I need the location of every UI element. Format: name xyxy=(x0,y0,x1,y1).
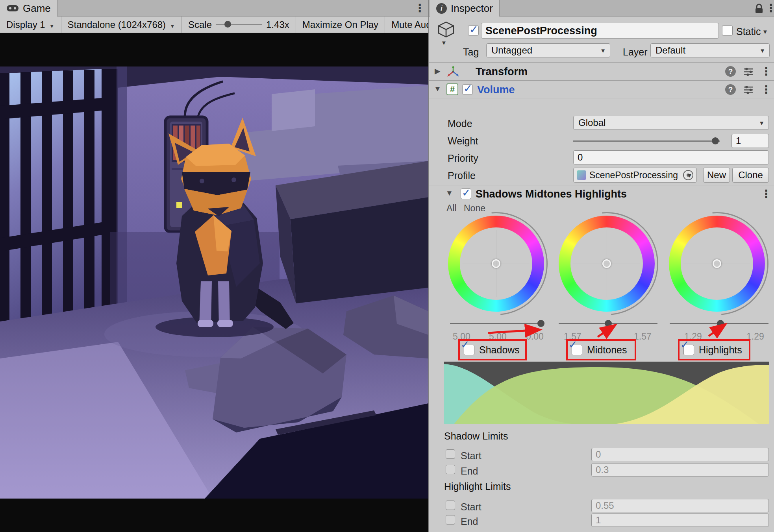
game-viewport[interactable] xyxy=(0,33,428,532)
smh-menu-kebab[interactable] xyxy=(761,187,771,200)
profile-clone-button[interactable]: Clone xyxy=(732,168,769,183)
scale-value: 1.43x xyxy=(266,19,289,30)
wheel-cursor[interactable] xyxy=(713,259,721,268)
smh-title: Shadows Midtones Highlights xyxy=(476,188,627,200)
tab-game[interactable]: Game xyxy=(0,0,57,17)
profile-object-field[interactable]: ScenePostProcessing xyxy=(573,168,697,183)
shadows-offset-slider[interactable] xyxy=(450,323,541,324)
lock-icon[interactable] xyxy=(754,3,764,14)
midtones-checkbox-label: Midtones xyxy=(587,344,627,356)
override-checkbox[interactable] xyxy=(446,449,455,459)
unity-editor: Game Display 1 Standalone (1024x768) Sca… xyxy=(0,0,774,532)
weight-value-field[interactable]: 1 xyxy=(731,134,769,148)
override-checkbox[interactable] xyxy=(446,515,455,525)
preset-icon[interactable] xyxy=(743,85,754,95)
midtones-color-wheel[interactable] xyxy=(555,212,658,315)
display-dropdown[interactable]: Display 1 xyxy=(0,17,61,33)
inspector-panel: Inspector ScenePostProcessing Static Tag xyxy=(429,0,774,532)
highlights-checkbox[interactable] xyxy=(683,345,694,355)
game-tab-label: Game xyxy=(23,2,51,15)
dropdown-caret xyxy=(49,19,55,30)
shadows-checkbox[interactable] xyxy=(464,345,474,355)
icon-picker-caret[interactable] xyxy=(441,39,447,46)
mode-label: Mode xyxy=(448,118,472,129)
static-dropdown-caret[interactable] xyxy=(762,28,768,35)
highlights-checkbox-label: Highlights xyxy=(699,344,742,356)
gameobject-name-field[interactable]: ScenePostProcessing xyxy=(481,23,719,39)
volume-enabled-checkbox[interactable] xyxy=(462,84,473,95)
midtones-checkbox[interactable] xyxy=(572,345,582,355)
midtones-value: 1.57 xyxy=(634,331,652,342)
object-picker-icon[interactable] xyxy=(683,170,693,180)
foldout-arrow[interactable] xyxy=(446,189,453,198)
foldout-arrow[interactable] xyxy=(435,66,441,76)
weight-slider[interactable] xyxy=(573,140,720,142)
volume-menu-kebab[interactable] xyxy=(761,83,771,96)
slider-knob[interactable] xyxy=(717,320,724,327)
highlight-end-label: End xyxy=(461,516,478,527)
profile-value: ScenePostProcessing xyxy=(589,170,678,181)
shadow-end-field[interactable]: 0.3 xyxy=(591,463,769,477)
override-checkbox[interactable] xyxy=(446,465,455,474)
highlight-start-field[interactable]: 0.55 xyxy=(591,499,769,512)
weight-value: 1 xyxy=(736,135,741,146)
shadow-start-field[interactable]: 0 xyxy=(591,448,769,461)
tag-dropdown[interactable]: Untagged xyxy=(486,43,610,57)
smh-section-header[interactable]: Shadows Midtones Highlights xyxy=(429,185,774,202)
scale-slider-knob[interactable] xyxy=(224,21,231,28)
priority-label: Priority xyxy=(448,153,478,164)
foldout-arrow[interactable] xyxy=(434,85,441,93)
smh-enabled-checkbox[interactable] xyxy=(461,188,471,199)
game-scene xyxy=(0,66,428,499)
midtones-offset-slider[interactable] xyxy=(559,323,657,324)
transform-component-header[interactable]: Transform xyxy=(429,62,774,80)
transform-menu-kebab[interactable] xyxy=(761,65,771,78)
highlights-color-wheel[interactable] xyxy=(665,212,768,315)
priority-field[interactable]: 0 xyxy=(573,150,769,164)
shadows-value: 0.00 xyxy=(526,331,544,342)
highlight-end-field[interactable]: 1 xyxy=(591,514,769,527)
gameobject-enabled-checkbox[interactable] xyxy=(468,25,479,36)
game-tabstrip: Game xyxy=(0,0,428,17)
help-icon[interactable] xyxy=(725,84,736,95)
volume-component-header[interactable]: Volume xyxy=(429,80,774,98)
preset-icon[interactable] xyxy=(743,66,754,77)
shadows-checkbox-label: Shadows xyxy=(479,344,520,356)
tag-label: Tag xyxy=(463,46,479,58)
inspector-tab-label: Inspector xyxy=(451,2,493,15)
weight-slider-knob[interactable] xyxy=(712,137,719,144)
gamepad-icon xyxy=(6,4,19,13)
highlight-start-label: Start xyxy=(461,501,481,513)
wheel-cursor[interactable] xyxy=(602,259,611,268)
override-checkbox[interactable] xyxy=(446,501,455,510)
highlight-limits-title: Highlight Limits xyxy=(444,481,511,492)
scale-slider[interactable] xyxy=(216,24,262,25)
profile-icon xyxy=(577,170,586,180)
help-icon[interactable] xyxy=(725,66,736,77)
smh-tonal-range-graph[interactable] xyxy=(444,362,769,424)
mode-dropdown[interactable]: Global xyxy=(573,116,769,130)
volume-title: Volume xyxy=(477,84,515,96)
profile-new-button[interactable]: New xyxy=(703,168,730,183)
transform-icon xyxy=(447,66,459,78)
profile-label: Profile xyxy=(448,170,476,181)
gameobject-name: ScenePostProcessing xyxy=(485,25,597,37)
tab-inspector[interactable]: Inspector xyxy=(430,0,500,17)
game-toolbar: Display 1 Standalone (1024x768) Scale 1.… xyxy=(0,17,428,33)
annotation-arrows xyxy=(429,313,774,342)
shadows-color-wheel[interactable] xyxy=(444,212,548,315)
resolution-dropdown[interactable]: Standalone (1024x768) xyxy=(61,17,181,33)
shadow-start-label: Start xyxy=(461,450,481,462)
inspector-menu-kebab[interactable] xyxy=(765,2,774,15)
slider-knob[interactable] xyxy=(605,320,612,327)
wheel-cursor[interactable] xyxy=(492,259,500,268)
game-menu-kebab[interactable] xyxy=(414,2,424,15)
gameobject-cube-icon[interactable] xyxy=(437,20,455,39)
shadow-limits-title: Shadow Limits xyxy=(444,430,508,442)
scale-control: Scale 1.43x xyxy=(182,17,296,33)
maximize-on-play-button[interactable]: Maximize On Play xyxy=(296,17,385,33)
static-checkbox[interactable] xyxy=(722,25,733,36)
layer-dropdown[interactable]: Default xyxy=(650,43,770,57)
slider-knob[interactable] xyxy=(537,320,544,327)
highlights-offset-slider[interactable] xyxy=(670,323,768,324)
